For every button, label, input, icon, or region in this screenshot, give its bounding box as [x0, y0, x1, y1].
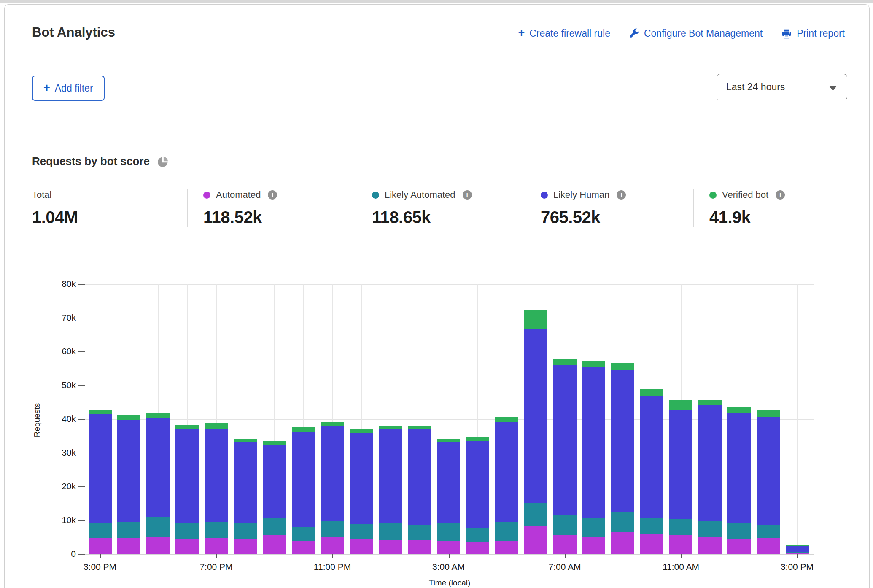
bar-segment-automated — [321, 537, 344, 554]
bar-segment-automated — [640, 534, 663, 554]
stat-automated-label: Automated — [216, 189, 261, 200]
stats-row: Total 1.04M Automated i 118.52k Likely A… — [32, 189, 861, 227]
x-tick-label: 3:00 AM — [432, 562, 465, 572]
bar-segment-verified-bot — [728, 407, 751, 413]
bar-segment-automated — [553, 535, 577, 554]
bar-segment-automated — [292, 541, 315, 554]
x-tick-label: 7:00 PM — [199, 562, 232, 572]
stat-total-value: 1.04M — [32, 208, 187, 227]
bar-segment-likely-human — [466, 441, 489, 528]
bar-segment-likely-automated — [524, 503, 547, 526]
bar-segment-verified-bot — [408, 426, 431, 429]
bar-segment-likely-automated — [321, 521, 344, 537]
printer-icon — [781, 28, 792, 39]
info-icon[interactable]: i — [617, 190, 626, 200]
bar-segment-likely-human — [437, 442, 460, 522]
bar-segment-likely-human — [408, 429, 431, 525]
x-tick-mark — [100, 554, 101, 558]
x-axis-line — [85, 554, 814, 555]
stat-total: Total 1.04M — [32, 189, 187, 227]
stat-verified-bot-value: 41.9k — [709, 208, 861, 227]
bar-segment-likely-automated — [582, 518, 605, 537]
bar-segment-automated — [175, 539, 199, 554]
header-actions: + Create firewall rule Configure Bot Man… — [518, 28, 845, 39]
stat-likely-human: Likely Human i 765.52k — [525, 189, 693, 227]
y-tick-label: 40k — [51, 414, 76, 424]
bar-segment-automated — [757, 538, 780, 554]
x-tick-mark — [797, 554, 798, 558]
bar-segment-likely-human — [640, 396, 663, 518]
add-filter-button[interactable]: + Add filter — [32, 76, 105, 101]
bar-segment-likely-automated — [379, 523, 402, 540]
info-icon[interactable]: i — [463, 190, 472, 200]
bar-segment-verified-bot — [582, 361, 605, 367]
y-tick-label: 10k — [51, 515, 76, 525]
x-tick-label: 3:00 PM — [84, 562, 116, 572]
bar-segment-likely-automated — [408, 525, 431, 540]
section-title: Requests by bot score — [32, 155, 169, 168]
wrench-icon — [629, 28, 639, 39]
bar-segment-likely-human — [146, 418, 170, 517]
configure-bot-management-link[interactable]: Configure Bot Management — [629, 28, 763, 39]
h-gridline — [85, 386, 814, 386]
bar-segment-likely-automated — [786, 552, 809, 553]
bar-segment-likely-human — [205, 429, 228, 522]
bar-segment-verified-bot — [205, 423, 228, 428]
bar-segment-likely-human — [757, 417, 780, 525]
bar-segment-likely-human — [669, 410, 692, 519]
h-gridline — [85, 352, 814, 352]
bar-segment-likely-automated — [350, 524, 373, 539]
x-tick-label: 7:00 AM — [548, 562, 581, 572]
bar-segment-likely-human — [582, 367, 605, 518]
add-filter-label: Add filter — [55, 83, 93, 94]
likely-automated-legend-dot — [372, 192, 379, 199]
info-icon[interactable]: i — [268, 190, 277, 200]
y-tick-mark — [78, 554, 85, 555]
create-firewall-rule-link[interactable]: + Create firewall rule — [518, 28, 610, 39]
bar-segment-verified-bot — [321, 422, 344, 426]
automated-legend-dot — [203, 192, 210, 199]
bar-segment-likely-automated — [146, 517, 170, 537]
info-icon[interactable]: i — [776, 190, 785, 200]
bar-segment-likely-human — [292, 432, 315, 527]
bar-segment-likely-automated — [640, 518, 663, 534]
likely-human-legend-dot — [541, 192, 548, 199]
v-gridline — [797, 284, 798, 554]
x-tick-mark — [449, 554, 450, 558]
bar-segment-automated — [495, 541, 518, 554]
plus-icon: + — [43, 82, 50, 94]
y-tick-mark — [78, 453, 85, 453]
bar-segment-automated — [408, 540, 431, 554]
bar-segment-verified-bot — [524, 310, 547, 329]
bar-segment-automated — [669, 535, 692, 554]
print-report-link[interactable]: Print report — [781, 28, 845, 39]
pie-chart-icon — [157, 156, 169, 167]
bar-segment-verified-bot — [495, 417, 518, 421]
bar-segment-likely-automated — [611, 512, 634, 532]
bar-segment-verified-bot — [292, 427, 315, 432]
time-range-select[interactable]: Last 24 hours — [717, 74, 847, 100]
bar-segment-likely-human — [350, 433, 373, 524]
print-report-label: Print report — [797, 28, 845, 39]
bar-segment-automated — [728, 539, 751, 554]
bar-segment-likely-automated — [728, 523, 751, 539]
bar-segment-likely-automated — [292, 527, 315, 541]
bar-segment-likely-human — [611, 370, 634, 512]
bar-segment-verified-bot — [757, 410, 780, 417]
time-range-value: Last 24 hours — [726, 81, 785, 93]
stat-likely-automated: Likely Automated i 118.65k — [356, 189, 525, 227]
bar-segment-automated — [350, 539, 373, 554]
bar-segment-automated — [466, 542, 489, 554]
stat-verified-bot-label: Verified bot — [722, 189, 768, 200]
bar-segment-verified-bot — [379, 426, 402, 429]
bar-segment-automated — [205, 538, 228, 554]
stat-automated: Automated i 118.52k — [187, 189, 356, 227]
bar-segment-likely-automated — [757, 525, 780, 538]
plus-icon: + — [518, 27, 525, 39]
bar-segment-automated — [698, 537, 722, 554]
bar-segment-likely-automated — [669, 519, 692, 535]
stat-likely-automated-label: Likely Automated — [385, 189, 455, 200]
bar-segment-likely-human — [553, 365, 577, 515]
bar-segment-likely-human — [89, 414, 112, 523]
bar-segment-likely-human — [117, 420, 140, 522]
